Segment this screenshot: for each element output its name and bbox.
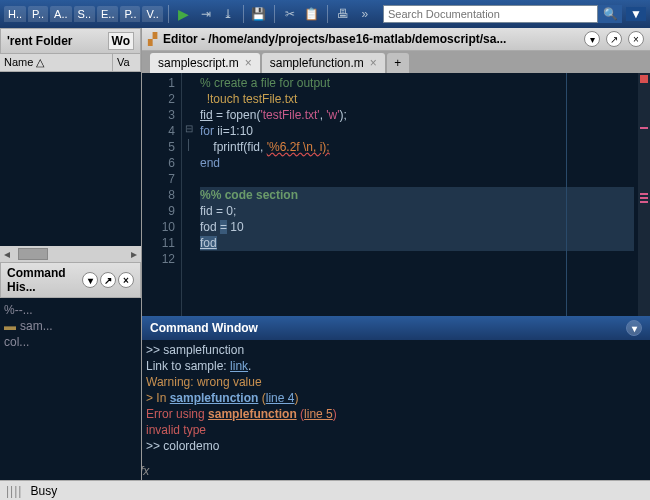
command-history-title: Command His...	[7, 266, 82, 294]
link-fn[interactable]: samplefunction	[208, 407, 297, 421]
tab-home[interactable]: H..	[4, 6, 26, 22]
resize-grip-icon[interactable]: ||||	[6, 484, 22, 498]
command-window-title: Command Window	[150, 321, 258, 335]
command-window-body[interactable]: >> samplefunction Link to sample: link. …	[142, 340, 650, 480]
ruler	[566, 73, 567, 316]
history-item[interactable]: sam...	[4, 318, 137, 334]
tab-plots[interactable]: P..	[28, 6, 48, 22]
tab-editor[interactable]: E..	[97, 6, 118, 22]
history-undock-icon[interactable]: ↗	[100, 272, 116, 288]
add-tab-icon[interactable]: +	[387, 53, 409, 73]
cmdwin-menu-icon[interactable]: ▾	[626, 320, 642, 336]
file-tabs: samplescript.m× samplefunction.m× +	[142, 51, 650, 73]
editor-undock-icon[interactable]: ↗	[606, 31, 622, 47]
tab-publish[interactable]: P..	[120, 6, 140, 22]
scroll-thumb[interactable]	[18, 248, 48, 260]
code-area[interactable]: % create a file for output !touch testFi…	[196, 73, 638, 316]
cut-icon[interactable]: ✂	[280, 4, 300, 24]
history-close-icon[interactable]: ×	[118, 272, 134, 288]
current-folder-header: 'rent Folder Wo	[0, 28, 141, 54]
scroll-left-icon[interactable]: ◂	[0, 247, 14, 261]
tab-shortcuts[interactable]: S..	[74, 6, 95, 22]
more-icon[interactable]: »	[355, 4, 375, 24]
editor-body[interactable]: 123456789101112 ⊟│ % create a file for o…	[142, 73, 650, 316]
history-menu-icon[interactable]: ▾	[82, 272, 98, 288]
overview-ruler[interactable]	[638, 73, 650, 316]
link-line5[interactable]: line 5	[304, 407, 333, 421]
save-icon[interactable]: 💾	[249, 4, 269, 24]
layout-dropdown-icon[interactable]: ▼	[626, 7, 646, 21]
folder-scrollbar[interactable]: ◂ ▸	[0, 246, 141, 262]
fx-icon[interactable]: fx	[142, 464, 149, 478]
command-history-header: Command His... ▾ ↗ ×	[0, 262, 141, 298]
link-line4[interactable]: line 4	[266, 391, 295, 405]
folder-columns: Name △ Va	[0, 54, 141, 72]
editor-menu-icon[interactable]: ▾	[584, 31, 600, 47]
workspace-tab[interactable]: Wo	[108, 32, 134, 50]
step-in-icon[interactable]: ⤓	[218, 4, 238, 24]
col-name[interactable]: Name △	[0, 54, 113, 71]
tab-view[interactable]: V..	[142, 6, 162, 22]
line-gutter: 123456789101112	[142, 73, 182, 316]
editor-header: ▞ Editor - /home/andy/projects/base16-ma…	[142, 28, 650, 51]
status-bar: |||| Busy	[0, 480, 650, 500]
print-icon[interactable]: 🖶	[333, 4, 353, 24]
error-marker-icon[interactable]	[640, 75, 648, 83]
search-input[interactable]	[383, 5, 598, 23]
current-folder-title: 'rent Folder	[7, 34, 73, 48]
file-tab-samplescript[interactable]: samplescript.m×	[150, 53, 260, 73]
paste-icon[interactable]: 📋	[302, 4, 322, 24]
main-toolbar: H.. P.. A.. S.. E.. P.. V.. ▶ ⇥ ⤓ 💾 ✂ 📋 …	[0, 0, 650, 28]
folder-content	[0, 72, 141, 246]
command-window-header: Command Window ▾	[142, 316, 650, 340]
link-fn[interactable]: samplefunction	[170, 391, 259, 405]
close-tab-icon[interactable]: ×	[370, 56, 377, 70]
editor-file-icon: ▞	[148, 32, 157, 46]
history-body: %--... sam... col...	[0, 298, 141, 480]
search-icon[interactable]: 🔍	[598, 5, 622, 23]
close-tab-icon[interactable]: ×	[245, 56, 252, 70]
editor-title: Editor - /home/andy/projects/base16-matl…	[163, 32, 578, 46]
link-sample[interactable]: link	[230, 359, 248, 373]
run-icon[interactable]: ▶	[174, 4, 194, 24]
status-text: Busy	[30, 484, 57, 498]
step-icon[interactable]: ⇥	[196, 4, 216, 24]
scroll-right-icon[interactable]: ▸	[127, 247, 141, 261]
col-value[interactable]: Va	[113, 54, 141, 71]
tab-apps[interactable]: A..	[50, 6, 71, 22]
history-item[interactable]: col...	[4, 334, 137, 350]
fold-column[interactable]: ⊟│	[182, 73, 196, 316]
editor-close-icon[interactable]: ×	[628, 31, 644, 47]
file-tab-samplefunction[interactable]: samplefunction.m×	[262, 53, 385, 73]
history-item[interactable]: %--...	[4, 302, 137, 318]
